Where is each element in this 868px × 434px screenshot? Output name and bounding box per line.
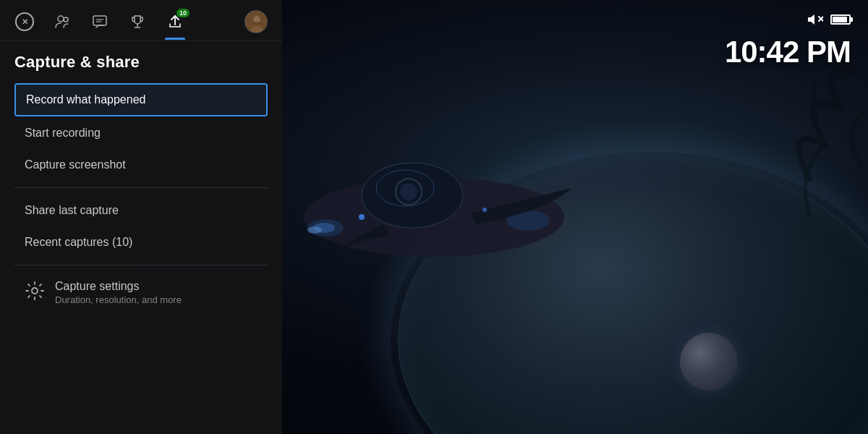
capture-settings-text: Capture settings Duration, resolution, a… <box>55 280 182 305</box>
xbox-logo: ✕ <box>15 12 34 31</box>
xbox-nav-icon[interactable]: ✕ <box>14 12 35 32</box>
share-last-capture-label: Share last capture <box>25 204 119 216</box>
record-what-happened-item[interactable]: Record what happened <box>14 83 268 116</box>
clock-display: 10:42 PM <box>725 35 851 69</box>
share-nav-icon[interactable]: 10 <box>165 12 185 32</box>
side-panel: ✕ <box>0 0 282 434</box>
capture-settings-subtitle: Duration, resolution, and more <box>55 294 182 305</box>
people-nav-icon[interactable] <box>52 12 72 32</box>
capture-screenshot-item[interactable]: Capture screenshot <box>14 150 268 180</box>
svg-rect-13 <box>93 16 106 25</box>
svg-point-9 <box>400 183 417 200</box>
divider-2 <box>14 265 268 265</box>
record-what-happened-label: Record what happened <box>26 93 145 106</box>
mute-icon <box>807 13 823 29</box>
battery-icon <box>830 14 851 27</box>
capture-screenshot-label: Capture screenshot <box>25 158 126 171</box>
capture-settings-item[interactable]: Capture settings Duration, resolution, a… <box>14 273 268 312</box>
svg-point-10 <box>307 226 322 234</box>
nav-bar: ✕ <box>0 0 282 41</box>
divider-1 <box>14 187 268 188</box>
svg-point-21 <box>32 288 38 294</box>
spaceship <box>253 101 615 318</box>
moon <box>680 333 738 391</box>
svg-point-7 <box>482 208 487 212</box>
recent-captures-item[interactable]: Recent captures (10) <box>14 227 268 258</box>
user-avatar[interactable] <box>244 10 268 33</box>
share-badge: 10 <box>176 9 190 17</box>
panel-title: Capture & share <box>14 53 268 72</box>
start-recording-label: Start recording <box>25 127 101 139</box>
start-recording-item[interactable]: Start recording <box>14 118 268 148</box>
chat-nav-icon[interactable] <box>90 12 110 32</box>
gear-icon <box>25 281 45 305</box>
svg-point-12 <box>64 17 68 22</box>
panel-content: Capture & share Record what happened Sta… <box>0 41 282 434</box>
svg-point-6 <box>359 214 365 220</box>
svg-point-11 <box>58 16 64 22</box>
trophy-nav-icon[interactable] <box>127 12 148 32</box>
share-last-capture-item[interactable]: Share last capture <box>14 195 268 226</box>
capture-settings-title: Capture settings <box>55 280 182 293</box>
recent-captures-label: Recent captures (10) <box>25 236 132 248</box>
hud: 10:42 PM <box>725 13 851 69</box>
hud-icons <box>807 13 851 29</box>
